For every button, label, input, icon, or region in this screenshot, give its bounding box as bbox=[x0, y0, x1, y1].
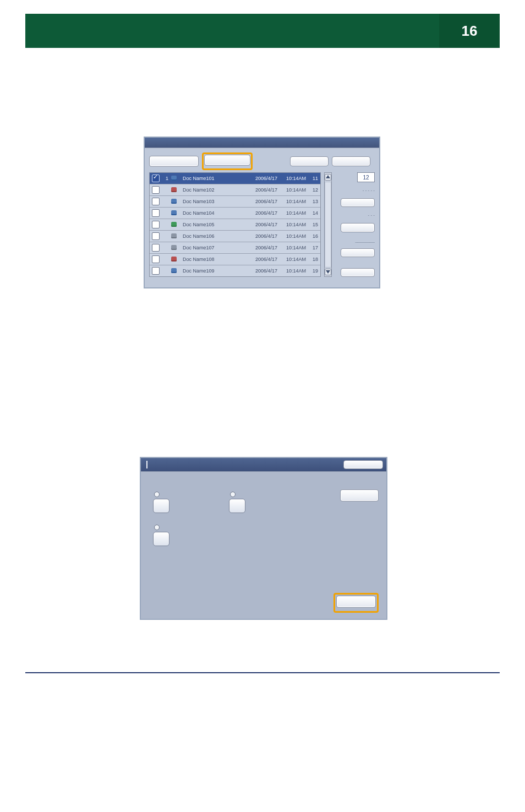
table-row[interactable]: Doc Name1022006/4/1710:14AM12 bbox=[150, 184, 320, 196]
table-row[interactable]: Doc Name1032006/4/1710:14AM13 bbox=[150, 196, 320, 208]
top-button-2[interactable] bbox=[332, 156, 370, 166]
side-label-2: ________ bbox=[355, 238, 375, 243]
side-button-0[interactable] bbox=[341, 198, 375, 207]
panel2-right-button[interactable] bbox=[340, 489, 379, 502]
file-icon bbox=[171, 221, 178, 228]
file-name: Doc Name109 bbox=[181, 268, 243, 274]
file-num: 15 bbox=[308, 222, 318, 227]
file-num: 17 bbox=[308, 245, 318, 250]
scrollbar-track[interactable] bbox=[325, 182, 331, 268]
file-icon bbox=[171, 210, 178, 216]
file-date: 2006/4/17 bbox=[245, 245, 277, 250]
checkbox-icon[interactable] bbox=[152, 244, 160, 252]
checkbox-icon[interactable] bbox=[152, 198, 160, 205]
radio-icon[interactable] bbox=[154, 492, 160, 497]
scrollbar[interactable] bbox=[324, 172, 332, 277]
file-name: Doc Name103 bbox=[181, 199, 243, 204]
confirm-button[interactable] bbox=[336, 596, 376, 608]
side-button-1[interactable] bbox=[341, 223, 375, 232]
checkbox-icon[interactable] bbox=[152, 255, 160, 263]
file-icon bbox=[171, 187, 178, 193]
file-list[interactable]: 1Doc Name1012006/4/1710:14AM11Doc Name10… bbox=[149, 172, 321, 277]
radio-icon[interactable] bbox=[154, 525, 160, 530]
side-button-2[interactable] bbox=[341, 248, 375, 257]
settings-dialog bbox=[140, 457, 387, 620]
file-date: 2006/4/17 bbox=[245, 176, 277, 181]
option-3[interactable] bbox=[153, 525, 169, 546]
top-button-1[interactable] bbox=[290, 156, 329, 166]
table-row[interactable]: Doc Name1082006/4/1710:14AM18 bbox=[150, 254, 320, 265]
file-date: 2006/4/17 bbox=[245, 257, 277, 262]
file-time: 10:14AM bbox=[280, 176, 306, 181]
checkbox-icon[interactable] bbox=[152, 267, 160, 275]
file-num: 13 bbox=[308, 199, 318, 204]
file-icon bbox=[171, 198, 178, 205]
file-time: 10:14AM bbox=[280, 257, 306, 262]
file-time: 10:14AM bbox=[280, 268, 306, 274]
side-label-1: - - - bbox=[368, 212, 375, 217]
table-row[interactable]: Doc Name1072006/4/1710:14AM17 bbox=[150, 242, 320, 254]
file-num: 18 bbox=[308, 257, 318, 262]
table-row[interactable]: Doc Name1092006/4/1710:14AM19 bbox=[150, 265, 320, 277]
file-num: 12 bbox=[308, 187, 318, 193]
file-icon bbox=[171, 256, 178, 263]
panel1-side-column: 12 - - - - - - - - ________ bbox=[335, 172, 375, 277]
tab-main[interactable] bbox=[149, 156, 199, 167]
file-name: Doc Name104 bbox=[181, 210, 243, 216]
file-date: 2006/4/17 bbox=[245, 222, 277, 227]
panel1-top-right bbox=[256, 156, 375, 166]
checkbox-icon[interactable] bbox=[152, 221, 160, 228]
panel2-top-button[interactable] bbox=[343, 460, 383, 469]
count-box: 12 bbox=[357, 172, 375, 182]
file-time: 10:14AM bbox=[280, 233, 306, 239]
footer-rule bbox=[25, 672, 500, 673]
row-index: 1 bbox=[162, 176, 168, 181]
file-num: 14 bbox=[308, 210, 318, 216]
file-icon bbox=[171, 268, 178, 274]
option-thumb-icon bbox=[153, 499, 169, 513]
checkbox-icon[interactable] bbox=[152, 209, 160, 217]
option-2[interactable] bbox=[229, 492, 245, 513]
table-row[interactable]: Doc Name1062006/4/1710:14AM16 bbox=[150, 231, 320, 242]
confirm-highlight-frame bbox=[333, 593, 379, 613]
scrollbar-up-icon[interactable] bbox=[325, 174, 331, 181]
file-date: 2006/4/17 bbox=[245, 210, 277, 216]
file-date: 2006/4/17 bbox=[245, 233, 277, 239]
file-name: Doc Name108 bbox=[181, 257, 243, 262]
tab-highlight-frame bbox=[202, 152, 253, 170]
file-date: 2006/4/17 bbox=[245, 187, 277, 193]
tab-highlighted[interactable] bbox=[204, 155, 250, 166]
panel1-titlebar bbox=[145, 138, 379, 148]
file-icon bbox=[171, 175, 178, 182]
file-icon bbox=[171, 244, 178, 251]
scrollbar-down-icon[interactable] bbox=[325, 269, 331, 275]
side-button-3[interactable] bbox=[341, 268, 375, 277]
file-time: 10:14AM bbox=[280, 199, 306, 204]
table-row[interactable]: 1Doc Name1012006/4/1710:14AM11 bbox=[150, 173, 320, 184]
panel2-titlebar bbox=[141, 458, 386, 472]
radio-icon[interactable] bbox=[230, 492, 236, 497]
file-date: 2006/4/17 bbox=[245, 268, 277, 274]
option-thumb-icon bbox=[153, 532, 169, 546]
file-name: Doc Name105 bbox=[181, 222, 243, 227]
file-time: 10:14AM bbox=[280, 245, 306, 250]
panel1-toolbar bbox=[145, 148, 379, 172]
side-label-0: - - - - - bbox=[363, 188, 375, 193]
table-row[interactable]: Doc Name1042006/4/1710:14AM14 bbox=[150, 208, 320, 219]
checkbox-icon[interactable] bbox=[152, 186, 160, 194]
file-num: 11 bbox=[308, 176, 318, 181]
page-header: 16 bbox=[25, 14, 500, 48]
panel2-bottom-area bbox=[333, 593, 379, 613]
file-name: Doc Name106 bbox=[181, 233, 243, 239]
page-number: 16 bbox=[439, 14, 500, 48]
file-date: 2006/4/17 bbox=[245, 199, 277, 204]
option-1[interactable] bbox=[153, 492, 169, 513]
checkbox-icon[interactable] bbox=[152, 175, 160, 182]
file-name: Doc Name107 bbox=[181, 245, 243, 250]
checkbox-icon[interactable] bbox=[152, 232, 160, 240]
file-num: 19 bbox=[308, 268, 318, 274]
file-time: 10:14AM bbox=[280, 187, 306, 193]
table-row[interactable]: Doc Name1052006/4/1710:14AM15 bbox=[150, 219, 320, 231]
option-thumb-icon bbox=[229, 499, 245, 513]
title-cursor-icon bbox=[146, 461, 147, 468]
